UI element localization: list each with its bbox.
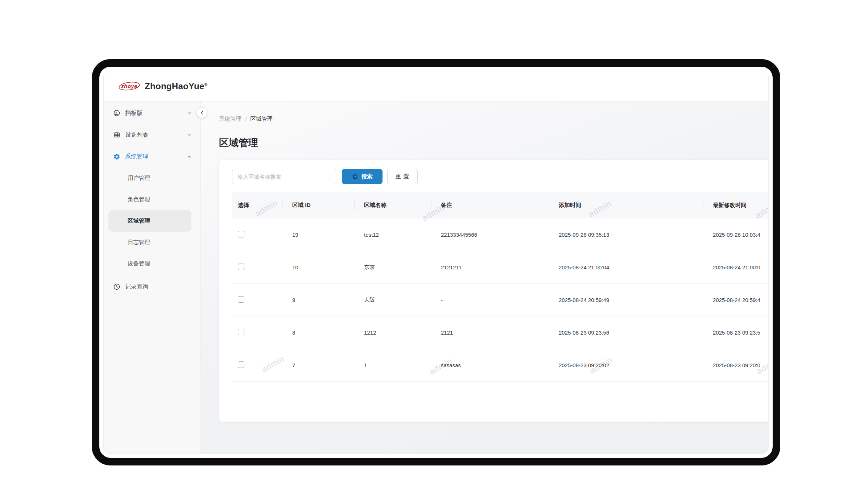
- subitem-label: 设备管理: [128, 260, 150, 268]
- cell-note: 221333445566: [431, 232, 549, 238]
- cell-note: 2121: [431, 330, 549, 336]
- chevron-up-icon: [187, 154, 192, 159]
- sidebar-item-label: 记录查询: [125, 283, 192, 291]
- sidebar-subitem-device-management[interactable]: 设备管理: [104, 253, 201, 274]
- table-row[interactable]: 10 东京 2121211 2025-08-24 21:00:04 2025-0…: [232, 251, 769, 284]
- grid-icon: [113, 131, 120, 138]
- subitem-label: 角色管理: [128, 196, 150, 203]
- row-checkbox[interactable]: [238, 361, 244, 368]
- cell-updated: 2025-08-24 21:00:0: [703, 264, 769, 270]
- chevron-down-icon: [187, 132, 192, 137]
- column-header-created: 添加时间: [549, 202, 703, 209]
- sidebar-item-system-management[interactable]: 系统管理: [104, 146, 201, 167]
- chevron-left-icon: [200, 111, 204, 115]
- sidebar-item-record-query[interactable]: 记录查询: [104, 276, 201, 298]
- row-checkbox[interactable]: [238, 296, 244, 303]
- table-row[interactable]: 8 1212 2121 2025-08-23 09:23:56 2025-08-…: [232, 316, 769, 349]
- sidebar-item-label: 系统管理: [125, 153, 182, 161]
- subitem-label: 用户管理: [128, 174, 150, 182]
- registered-mark: ®: [204, 82, 207, 87]
- sidebar-item-label: 挡板版: [125, 109, 182, 117]
- breadcrumb-parent[interactable]: 系统管理: [219, 115, 241, 123]
- gear-icon: [113, 153, 120, 160]
- refresh-icon: [352, 174, 358, 180]
- cell-updated: 2025-08-23 09:23:5: [703, 330, 769, 336]
- reset-button-label: 重 置: [396, 173, 409, 181]
- cell-created: 2025-09-28 09:35:13: [549, 232, 703, 238]
- cell-created: 2025-08-23 09:23:56: [549, 330, 703, 336]
- cell-region-id: 19: [283, 232, 355, 238]
- clock-icon: [113, 283, 120, 290]
- cell-note: 2121211: [431, 264, 549, 270]
- brand-logo: zhoye ZhongHaoYue®: [118, 81, 207, 91]
- cell-updated: 2025-09-28 10:03:4: [703, 232, 769, 238]
- breadcrumb-separator: /: [245, 116, 247, 123]
- sidebar-item-label: 设备列表: [125, 131, 182, 139]
- logo-swirl-icon: zhoye: [118, 81, 140, 91]
- chevron-down-icon: [187, 111, 192, 116]
- subitem-label: 日志管理: [128, 239, 150, 246]
- cell-region-id: 9: [283, 297, 355, 303]
- cell-note: sasasas: [431, 362, 549, 368]
- device-frame: zhoye ZhongHaoYue® 挡板版: [92, 59, 780, 465]
- app-window: zhoye ZhongHaoYue® 挡板版: [103, 71, 769, 454]
- reset-button[interactable]: 重 置: [387, 169, 418, 184]
- brand-name: ZhongHaoYue®: [145, 81, 207, 91]
- region-table: 选择 区域 ID 区域名称 备注 添加时间 最新修改时间 19 test12 2…: [232, 192, 769, 382]
- cell-updated: 2025-08-24 20:59:4: [703, 297, 769, 303]
- dashboard-icon: [113, 109, 120, 117]
- search-button-label: 搜索: [361, 173, 373, 181]
- search-button[interactable]: 搜索: [342, 169, 383, 184]
- cell-region-id: 7: [283, 362, 355, 368]
- page-title: 区域管理: [219, 136, 768, 149]
- table-row[interactable]: 19 test12 221333445566 2025-09-28 09:35:…: [232, 219, 769, 251]
- column-header-updated: 最新修改时间: [703, 202, 769, 209]
- column-header-region-name: 区域名称: [355, 202, 431, 209]
- cell-region-name: 1: [355, 362, 431, 368]
- sidebar-subitem-role-management[interactable]: 角色管理: [104, 189, 201, 210]
- subitem-label: 区域管理: [128, 217, 150, 225]
- table-row[interactable]: 7 1 sasasas 2025-08-23 09:20:02 2025-08-…: [232, 349, 769, 382]
- cell-region-id: 10: [283, 264, 355, 270]
- cell-created: 2025-08-24 21:00:04: [549, 264, 703, 270]
- cell-created: 2025-08-23 09:20:02: [549, 362, 703, 368]
- cell-region-name: 1212: [355, 330, 431, 336]
- cell-region-id: 8: [283, 330, 355, 336]
- top-header: zhoye ZhongHaoYue®: [104, 71, 768, 102]
- table-body: 19 test12 221333445566 2025-09-28 09:35:…: [232, 219, 769, 382]
- sidebar-subitem-log-management[interactable]: 日志管理: [104, 232, 201, 253]
- sidebar: 挡板版 设备列表 系统管理 用户管理: [104, 102, 201, 453]
- row-checkbox[interactable]: [238, 231, 244, 237]
- row-checkbox[interactable]: [238, 329, 244, 335]
- breadcrumb: 系统管理 / 区域管理: [219, 115, 768, 123]
- sidebar-item-device-list[interactable]: 设备列表: [104, 124, 201, 146]
- row-checkbox[interactable]: [238, 264, 244, 270]
- table-header-row: 选择 区域 ID 区域名称 备注 添加时间 最新修改时间: [232, 192, 769, 219]
- cell-updated: 2025-08-23 09:20:0: [703, 362, 769, 368]
- sidebar-subitem-region-management[interactable]: 区域管理: [108, 210, 191, 232]
- cell-region-name: 大阪: [355, 297, 431, 303]
- cell-region-name: 东京: [355, 264, 431, 271]
- sidebar-item-dashboard[interactable]: 挡板版: [104, 102, 201, 124]
- cell-region-name: test12: [355, 232, 431, 238]
- sidebar-collapse-button[interactable]: [197, 108, 207, 118]
- region-table-card: 搜索 重 置 选择 区域 ID 区域名称 备注 添加时间: [219, 160, 769, 422]
- region-search-input[interactable]: [232, 169, 337, 184]
- table-row[interactable]: 9 大阪 - 2025-08-24 20:59:49 2025-08-24 20…: [232, 284, 769, 316]
- column-header-region-id: 区域 ID: [283, 202, 355, 209]
- breadcrumb-current: 区域管理: [250, 115, 273, 123]
- search-toolbar: 搜索 重 置: [232, 169, 769, 184]
- sidebar-subitem-user-management[interactable]: 用户管理: [104, 167, 201, 189]
- column-header-note: 备注: [431, 202, 549, 209]
- column-header-select: 选择: [232, 202, 283, 209]
- cell-note: -: [431, 297, 549, 303]
- main-content: 系统管理 / 区域管理 区域管理 搜索: [201, 102, 768, 453]
- cell-created: 2025-08-24 20:59:49: [549, 297, 703, 303]
